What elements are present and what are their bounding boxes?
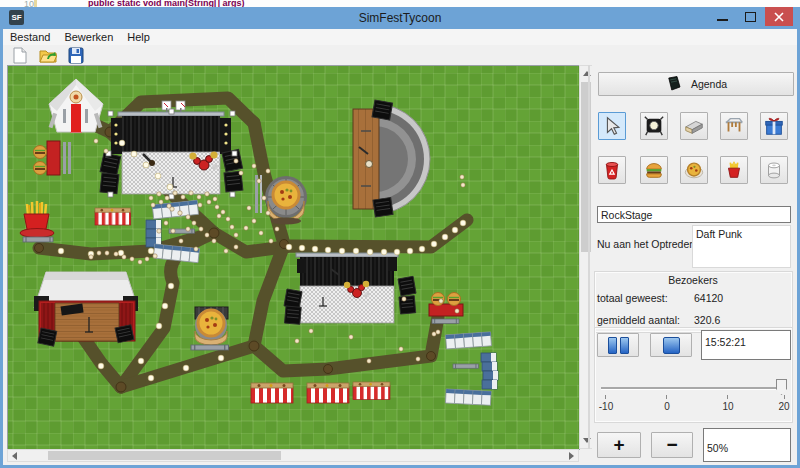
visitors-average-label: gemiddeld aantal: — [597, 314, 680, 326]
menu-item-bewerken[interactable]: Bewerken — [57, 31, 120, 43]
tool-stage[interactable] — [680, 112, 708, 140]
map-viewport: .lamp{fill:#fffbe8;stroke:#b9a86b;stroke… — [7, 65, 580, 450]
tool-spotlight[interactable] — [640, 112, 668, 140]
close-button[interactable] — [765, 7, 793, 26]
now-performing-box: Daft Punk — [692, 225, 791, 268]
visitors-total-value: 64120 — [694, 292, 723, 304]
tool-pizza[interactable] — [680, 156, 708, 184]
map-canvas[interactable]: .lamp{fill:#fffbe8;stroke:#b9a86b;stroke… — [8, 66, 579, 449]
cursor-icon — [601, 115, 623, 137]
app-icon: SF — [9, 10, 24, 25]
slider-tick-min: -10 — [599, 401, 613, 412]
tool-trash[interactable] — [598, 156, 626, 184]
panel-splitter[interactable] — [588, 65, 590, 449]
ide-ruler — [34, 0, 37, 7]
visitors-header: Bezoekers — [597, 274, 789, 286]
spotlight-icon — [643, 115, 665, 137]
toilet-roll-icon — [763, 159, 785, 181]
tool-select[interactable] — [598, 112, 626, 140]
slider-tick-0: 0 — [664, 401, 670, 412]
slider-tick-10: 10 — [722, 401, 733, 412]
menu-item-help[interactable]: Help — [120, 31, 157, 43]
new-file-icon — [12, 47, 28, 64]
stage-name-input[interactable] — [597, 206, 791, 223]
barn-stage[interactable] — [34, 272, 138, 346]
title-bar[interactable]: SF SimFestTycoon — [3, 7, 797, 29]
speed-slider-track[interactable] — [601, 387, 787, 390]
ide-code-text: public static void main(String[] args) — [88, 0, 245, 7]
stop-icon — [663, 337, 680, 354]
open-folder-icon — [39, 47, 57, 64]
gift-icon — [763, 115, 785, 137]
menu-item-bestand[interactable]: Bestand — [3, 31, 57, 43]
save-file-button[interactable] — [65, 46, 87, 64]
window-title: SimFestTycoon — [359, 11, 442, 25]
burger-stand-1[interactable] — [34, 141, 72, 175]
agenda-button[interactable]: Agenda — [598, 72, 794, 96]
side-panel: Agenda — [592, 65, 794, 463]
pause-button[interactable] — [597, 333, 639, 357]
fries-icon — [723, 159, 745, 181]
minimize-button[interactable] — [709, 7, 737, 26]
market-stall-4[interactable] — [353, 382, 390, 400]
ide-line-number: 10 — [24, 0, 34, 7]
tool-truss[interactable] — [720, 112, 748, 140]
maximize-icon — [745, 12, 756, 22]
truss-icon — [723, 115, 745, 137]
map-vertical-scrollbar[interactable] — [579, 65, 593, 449]
map-horizontal-scrollbar[interactable] — [7, 449, 579, 462]
menu-bar: Bestand Bewerken Help — [3, 29, 797, 45]
tool-fries[interactable] — [720, 156, 748, 184]
minimize-icon — [717, 19, 728, 21]
zoom-level-display: 50% — [703, 428, 791, 462]
save-icon — [68, 47, 84, 64]
visitors-total-label: totaal geweest: — [597, 292, 668, 304]
slider-tick-max: 20 — [778, 401, 789, 412]
stop-button[interactable] — [650, 333, 692, 357]
scroll-left-icon[interactable] — [12, 452, 17, 460]
burger-icon — [643, 159, 665, 181]
market-stall-2[interactable] — [251, 383, 293, 403]
market-stall-1[interactable] — [95, 208, 131, 225]
tool-burger[interactable] — [640, 156, 668, 184]
close-icon — [774, 12, 784, 22]
now-performing-label: Nu aan het Optreden: — [597, 238, 698, 250]
visitors-average-value: 320.6 — [694, 314, 720, 326]
tool-toilet[interactable] — [760, 156, 788, 184]
clock-display: 15:52:21 — [701, 330, 791, 360]
open-file-button[interactable] — [37, 46, 59, 64]
zoom-in-button[interactable]: + — [597, 432, 641, 458]
tool-gift[interactable] — [760, 112, 788, 140]
market-stall-3[interactable] — [307, 383, 349, 403]
app-window: SF SimFestTycoon Bestand Bewerken Help — [0, 7, 800, 468]
horizontal-scroll-thumb[interactable] — [48, 451, 281, 460]
background-ide-strip: 10 public static void main(String[] args… — [0, 0, 800, 7]
trash-can-icon — [601, 159, 623, 181]
new-file-button[interactable] — [9, 46, 31, 64]
pause-icon — [608, 337, 617, 354]
zoom-out-button[interactable]: − — [651, 432, 693, 458]
pizza-icon — [683, 159, 705, 181]
agenda-label: Agenda — [691, 78, 727, 90]
agenda-book-icon — [665, 75, 683, 93]
toolbar — [3, 45, 797, 65]
maximize-button[interactable] — [737, 7, 765, 26]
stage-piece-icon — [683, 115, 705, 137]
scroll-right-icon[interactable] — [569, 452, 574, 460]
